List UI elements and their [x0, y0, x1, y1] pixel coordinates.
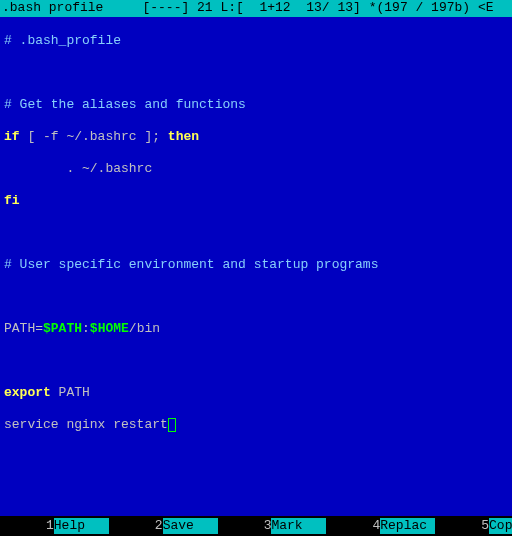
fkey-2-num: 2 [155, 518, 163, 533]
fkey-2-save[interactable]: Save [163, 518, 218, 534]
code-line: if [ -f ~/.bashrc ]; then [4, 129, 508, 145]
fkey-3-mark[interactable]: Mark [271, 518, 326, 534]
fkey-3-num: 3 [264, 518, 272, 533]
keyword-fi: fi [4, 193, 20, 208]
fkey-1-num: 1 [46, 518, 54, 533]
title-status: [----] 21 L:[ 1+12 13/ 13] *(197 / 197b)… [142, 0, 493, 15]
fkey-4-num: 4 [372, 518, 380, 533]
code-line: service nginx restart [4, 417, 508, 433]
fkey-5-num: 5 [481, 518, 489, 533]
code-line: PATH=$PATH:$HOME/bin [4, 321, 508, 337]
var-home: $HOME [90, 321, 129, 336]
title-filename: .bash profile [2, 0, 103, 15]
keyword-then: then [168, 129, 199, 144]
code-line [4, 225, 508, 241]
var-path: $PATH [43, 321, 82, 336]
code-line [4, 353, 508, 369]
code-line: export PATH [4, 385, 508, 401]
code-line: . ~/.bashrc [4, 161, 508, 177]
editor-title-bar: .bash profile [----] 21 L:[ 1+12 13/ 13]… [0, 0, 512, 17]
code-line [4, 65, 508, 81]
fkey-5-copy[interactable]: Copy [489, 518, 512, 534]
code-line: # User specific environment and startup … [4, 257, 508, 273]
fkey-1-help[interactable]: Help [54, 518, 109, 534]
keyword-if: if [4, 129, 20, 144]
code-line [4, 289, 508, 305]
fkey-4-replace[interactable]: Replac [380, 518, 435, 534]
code-line: fi [4, 193, 508, 209]
keyword-export: export [4, 385, 51, 400]
text-cursor [168, 418, 176, 432]
code-line: # Get the aliases and functions [4, 97, 508, 113]
code-line: # .bash_profile [4, 33, 508, 49]
function-key-bar: 1Help2Save3Mark4Replac5Copy [0, 516, 512, 536]
editor-content[interactable]: # .bash_profile # Get the aliases and fu… [0, 17, 512, 449]
